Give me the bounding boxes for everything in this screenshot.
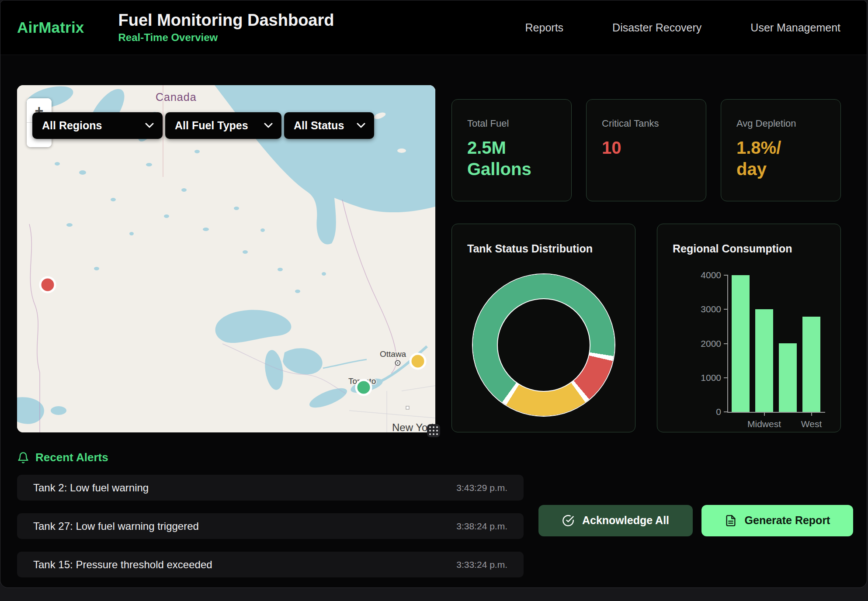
- acknowledge-all-button[interactable]: Acknowledge All: [538, 505, 693, 536]
- bar-chart: MidwestWest01000200030004000: [727, 275, 825, 413]
- action-buttons: Acknowledge All Generate Report: [538, 505, 853, 536]
- alert-row: Tank 2: Low fuel warning 3:43:29 p.m.: [17, 475, 524, 501]
- stat-value-avg-depletion: 1.8%/day: [736, 137, 811, 180]
- bar-chart-title: Regional Consumption: [673, 242, 825, 255]
- generate-report-button[interactable]: Generate Report: [701, 505, 853, 536]
- bar-0: [732, 275, 750, 412]
- nav-reports[interactable]: Reports: [525, 21, 564, 34]
- chart-panels: Tank Status Distribution Regional Consum…: [451, 224, 841, 432]
- file-text-icon: [725, 515, 737, 527]
- nav-disaster-recovery[interactable]: Disaster Recovery: [612, 21, 701, 34]
- stat-card-critical-tanks: Critical Tanks 10: [586, 99, 706, 201]
- stat-cards: Total Fuel 2.5MGallons Critical Tanks 10…: [451, 99, 841, 201]
- header: AirMatrix Fuel Monitoring Dashboard Real…: [0, 0, 867, 55]
- title-block: Fuel Monitoring Dashboard Real-Time Over…: [118, 11, 334, 44]
- page-subtitle: Real-Time Overview: [118, 31, 334, 44]
- y-axis-label: 2000: [686, 339, 721, 348]
- normal-tank-marker[interactable]: [356, 380, 371, 395]
- dashboard-shell: AirMatrix Fuel Monitoring Dashboard Real…: [0, 0, 867, 588]
- stat-card-avg-depletion: Avg Depletion 1.8%/day: [721, 99, 841, 201]
- bar-plot: MidwestWest01000200030004000: [727, 275, 825, 413]
- alert-row: Tank 15: Pressure threshold exceeded 3:3…: [17, 552, 524, 577]
- bar-1: [755, 309, 773, 412]
- alert-timestamp: 3:33:24 p.m.: [456, 560, 507, 570]
- region-filter-dropdown[interactable]: All Regions: [32, 112, 163, 139]
- chevron-down-icon: [145, 123, 154, 128]
- warning-tank-marker[interactable]: [410, 354, 425, 369]
- region-filter-value: All Regions: [42, 119, 102, 132]
- alert-message: Tank 2: Low fuel warning: [33, 482, 149, 494]
- alert-timestamp: 3:43:29 p.m.: [456, 483, 507, 493]
- alert-message: Tank 27: Low fuel warning triggered: [33, 520, 199, 532]
- stat-label: Avg Depletion: [736, 118, 825, 129]
- bar-2: [779, 343, 797, 412]
- stat-value-critical-tanks: 10: [602, 137, 676, 159]
- bar-3: [802, 317, 820, 412]
- page-title: Fuel Monitoring Dashboard: [118, 11, 334, 30]
- alert-list: Tank 2: Low fuel warning 3:43:29 p.m. Ta…: [17, 475, 524, 577]
- x-axis-label: West: [801, 419, 822, 429]
- status-filter-value: All Status: [294, 119, 344, 132]
- x-axis-label: Midwest: [747, 419, 781, 429]
- y-axis-label: 4000: [686, 270, 721, 280]
- alert-row: Tank 27: Low fuel warning triggered 3:38…: [17, 513, 524, 539]
- resize-drag-handle[interactable]: [427, 424, 440, 437]
- map-label-canada: Canada: [156, 91, 197, 103]
- y-axis-label: 3000: [686, 304, 721, 314]
- alerts-column: Recent Alerts Tank 2: Low fuel warning 3…: [17, 451, 524, 588]
- top-nav: Reports Disaster Recovery User Managemen…: [525, 21, 840, 34]
- nav-user-management[interactable]: User Management: [750, 21, 840, 34]
- brand-logo: AirMatrix: [17, 19, 84, 36]
- stat-label: Total Fuel: [467, 118, 556, 129]
- donut-chart-title: Tank Status Distribution: [467, 242, 620, 255]
- critical-tank-marker[interactable]: [40, 277, 55, 292]
- regional-consumption-panel: Regional Consumption MidwestWest01000200…: [657, 224, 841, 432]
- fuel-type-filter-dropdown[interactable]: All Fuel Types: [165, 112, 281, 139]
- check-circle-icon: [562, 515, 574, 527]
- map-filters: All Regions All Fuel Types All Status: [32, 112, 374, 139]
- alerts-heading: Recent Alerts: [35, 451, 108, 464]
- stat-label: Critical Tanks: [602, 118, 691, 129]
- tank-status-donut: [473, 274, 615, 416]
- bell-icon: [17, 452, 29, 464]
- chevron-down-icon: [357, 123, 365, 128]
- alert-message: Tank 15: Pressure threshold exceeded: [33, 559, 212, 571]
- stat-card-total-fuel: Total Fuel 2.5MGallons: [451, 99, 572, 201]
- map-label-ottawa: Ottawa: [380, 349, 406, 359]
- alerts-section: Recent Alerts Tank 2: Low fuel warning 3…: [0, 432, 867, 588]
- alert-timestamp: 3:38:24 p.m.: [456, 521, 507, 532]
- y-axis-label: 0: [686, 407, 721, 416]
- y-axis-label: 1000: [686, 373, 721, 382]
- fuel-type-filter-value: All Fuel Types: [175, 119, 248, 132]
- chevron-down-icon: [264, 123, 273, 128]
- stat-value-total-fuel: 2.5MGallons: [467, 137, 542, 180]
- tank-status-panel: Tank Status Distribution: [451, 224, 635, 432]
- fuel-map[interactable]: Canada Ottawa Toronto New York: [17, 85, 435, 432]
- status-filter-dropdown[interactable]: All Status: [284, 112, 374, 139]
- alerts-header: Recent Alerts: [17, 451, 524, 464]
- right-column: Total Fuel 2.5MGallons Critical Tanks 10…: [451, 99, 841, 432]
